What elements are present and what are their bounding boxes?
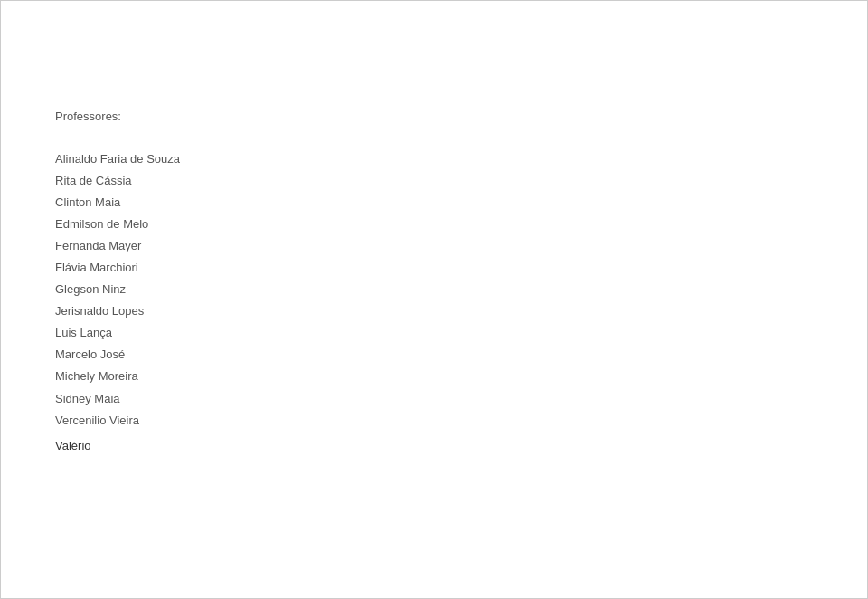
list-item: Jerisnaldo Lopes [55,300,867,322]
list-item: Alinaldo Faria de Souza [55,148,867,170]
list-item: Fernanda Mayer [55,235,867,257]
list-item: Luis Lança [55,322,867,344]
list-item: Sidney Maia [55,388,867,410]
list-item: Marcelo José [55,344,867,366]
list-item: Clinton Maia [55,192,867,214]
list-item: Rita de Cássia [55,170,867,192]
list-item: Michely Moreira [55,366,867,387]
extra-item: Valério [55,439,867,452]
page-content: Professores: Alinaldo Faria de SouzaRita… [1,1,867,452]
professor-list: Alinaldo Faria de SouzaRita de CássiaCli… [55,148,867,432]
list-item: Vercenilio Vieira [55,410,867,432]
section-title: Professores: [55,109,867,123]
list-item: Edmilson de Melo [55,214,867,235]
list-item: Glegson Ninz [55,279,867,300]
list-item: Flávia Marchiori [55,257,867,279]
